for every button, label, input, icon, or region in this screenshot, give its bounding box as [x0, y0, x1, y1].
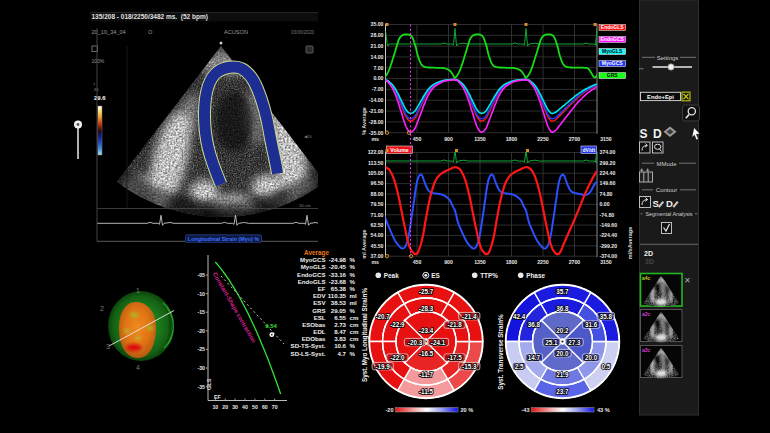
svg-text:◀16: ◀16: [304, 134, 313, 139]
svg-text:-20.45: -20.45: [329, 263, 347, 270]
svg-text:-33.16: -33.16: [329, 271, 347, 278]
svg-text:2250: 2250: [537, 136, 549, 142]
svg-text:900: 900: [444, 259, 453, 265]
svg-text:-21.8: -21.8: [447, 321, 462, 328]
svg-text:Endo+Epi: Endo+Epi: [647, 94, 674, 100]
svg-text:1800: 1800: [506, 136, 518, 142]
svg-text:ms: ms: [372, 259, 380, 265]
svg-text:374.00: 374.00: [600, 149, 616, 155]
svg-text:Segmental Analysis: Segmental Analysis: [645, 211, 692, 217]
svg-text:EndoGLS: EndoGLS: [298, 278, 326, 285]
svg-text:2700: 2700: [569, 136, 581, 142]
svg-text:-85: -85: [93, 87, 100, 92]
svg-text:122.00: 122.00: [368, 149, 384, 155]
svg-text:60: 60: [262, 404, 268, 410]
svg-text:-25: -25: [198, 346, 206, 352]
svg-text:Longitudinal Strain (Myo) %: Longitudinal Strain (Myo) %: [188, 236, 259, 242]
svg-text:MyoGLS: MyoGLS: [301, 263, 326, 270]
svg-text:%: %: [350, 307, 356, 314]
svg-text:Settings: Settings: [657, 55, 679, 61]
svg-text:GLS: GLS: [206, 378, 212, 390]
svg-text:100%: 100%: [92, 58, 105, 64]
svg-text:70: 70: [272, 404, 278, 410]
svg-text:65.38: 65.38: [331, 285, 347, 292]
svg-text:ESV: ESV: [313, 299, 326, 306]
svg-text:a4c: a4c: [642, 275, 651, 281]
svg-text:S: S: [653, 198, 659, 209]
svg-text:43 %: 43 %: [597, 407, 610, 413]
svg-text:4: 4: [136, 364, 140, 371]
svg-text:1350: 1350: [474, 259, 486, 265]
svg-text:40: 40: [242, 404, 248, 410]
svg-text:SD-LS-Syst.: SD-LS-Syst.: [291, 350, 326, 357]
svg-text:37.00: 37.00: [371, 253, 384, 259]
svg-text:-21.00: -21.00: [369, 108, 384, 114]
svg-text:20 %: 20 %: [461, 407, 474, 413]
svg-text:0.00: 0.00: [600, 201, 610, 207]
svg-text:%: %: [350, 263, 356, 270]
svg-text:-35.00: -35.00: [369, 130, 384, 136]
svg-text:-15.3: -15.3: [462, 363, 477, 370]
svg-text:6.55: 6.55: [334, 314, 346, 321]
svg-text:74.80: 74.80: [600, 191, 613, 197]
svg-text:-149.60: -149.60: [600, 222, 618, 228]
svg-text:Syst. Transverse Strain%: Syst. Transverse Strain%: [497, 314, 505, 390]
svg-text:-7.00: -7.00: [372, 86, 384, 92]
svg-text:dV/dt: dV/dt: [583, 147, 596, 153]
svg-text:35.00: 35.00: [371, 21, 384, 27]
svg-text:GRS: GRS: [607, 72, 619, 78]
svg-text:113.50: 113.50: [368, 160, 384, 166]
svg-text:a3c: a3c: [642, 347, 651, 353]
svg-text:-05: -05: [198, 272, 206, 278]
svg-text:30: 30: [232, 404, 238, 410]
svg-text:%: %: [350, 271, 356, 278]
svg-text:D: D: [666, 198, 673, 209]
svg-text:-22.9: -22.9: [390, 321, 405, 328]
svg-text:ES: ES: [431, 272, 440, 279]
svg-text:-20: -20: [198, 328, 206, 334]
svg-text:TTP%: TTP%: [480, 272, 498, 279]
svg-text:%: %: [350, 256, 356, 263]
svg-text:71.00: 71.00: [371, 212, 384, 218]
svg-text:-28.3: -28.3: [419, 305, 434, 312]
svg-text:-19.9: -19.9: [376, 363, 391, 370]
svg-text:2.5: 2.5: [515, 363, 524, 370]
svg-text:cm: cm: [350, 314, 359, 321]
svg-text:21.00: 21.00: [371, 43, 384, 49]
svg-text:ml/sAverage: ml/sAverage: [627, 227, 633, 260]
svg-text:149.60: 149.60: [600, 180, 616, 186]
svg-text:EndoGLS: EndoGLS: [601, 24, 624, 30]
svg-text:GRS: GRS: [312, 307, 325, 314]
svg-text:1350: 1350: [474, 136, 486, 142]
svg-text:3D: 3D: [645, 258, 654, 265]
svg-text:a2c: a2c: [642, 311, 651, 317]
svg-text:54.00: 54.00: [371, 232, 384, 238]
svg-text:-28.00: -28.00: [369, 119, 384, 125]
svg-text:-299.20: -299.20: [600, 243, 618, 249]
svg-text:9.54: 9.54: [265, 323, 277, 329]
svg-text:MyoGLS: MyoGLS: [602, 48, 623, 54]
svg-text:Phase: Phase: [526, 272, 545, 279]
svg-text:-24.1: -24.1: [431, 339, 446, 346]
svg-text:Peak: Peak: [384, 272, 399, 279]
svg-text:3.83: 3.83: [334, 335, 346, 342]
svg-text:20.2: 20.2: [556, 327, 569, 334]
svg-text:10: 10: [212, 404, 218, 410]
svg-text:-10: -10: [198, 291, 206, 297]
svg-text:ACUSON: ACUSON: [224, 29, 248, 35]
svg-text:224.40: 224.40: [600, 170, 616, 176]
svg-text:EF: EF: [318, 285, 326, 292]
svg-text:% Average: % Average: [361, 107, 367, 135]
svg-text:42.4: 42.4: [513, 313, 526, 320]
svg-text:10.6: 10.6: [334, 342, 346, 349]
svg-text:03/06/2020: 03/06/2020: [291, 30, 314, 35]
svg-text:299.20: 299.20: [600, 160, 616, 166]
svg-text:4.7: 4.7: [338, 350, 347, 357]
svg-text:88.00: 88.00: [371, 191, 384, 197]
svg-text:900: 900: [444, 136, 453, 142]
svg-text:-74.80: -74.80: [600, 212, 615, 218]
svg-text:0.5: 0.5: [601, 363, 610, 370]
svg-text:-11.5: -11.5: [419, 388, 434, 395]
svg-text:27.3: 27.3: [568, 339, 581, 346]
svg-text:-224.40: -224.40: [600, 232, 618, 238]
